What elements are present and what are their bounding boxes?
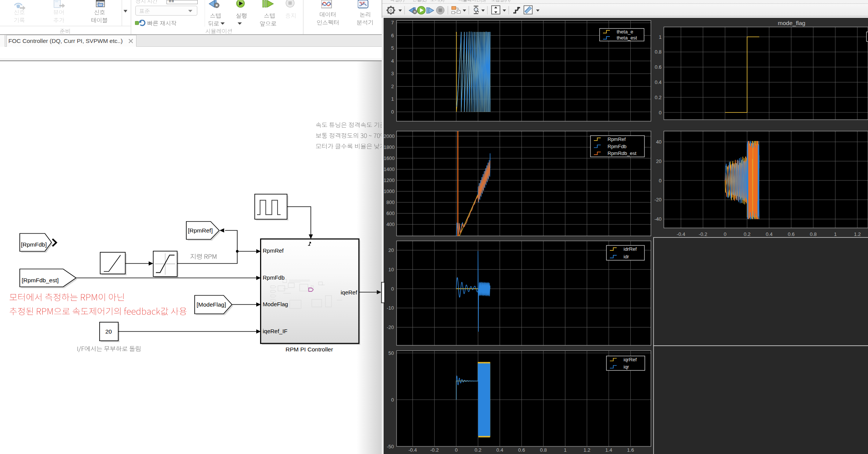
- svg-text:40: 40: [656, 139, 662, 145]
- svg-text:mode_flag: mode_flag: [778, 20, 805, 26]
- svg-text:0.8: 0.8: [540, 447, 547, 453]
- svg-text:RpmFdb: RpmFdb: [608, 144, 627, 149]
- svg-text:6: 6: [391, 33, 394, 38]
- svg-text:-0.4: -0.4: [677, 231, 685, 237]
- svg-text:0: 0: [391, 397, 394, 403]
- svg-text:5: 5: [391, 45, 394, 51]
- svg-text:20: 20: [656, 158, 662, 164]
- svg-text:-40: -40: [654, 216, 662, 222]
- svg-text:2000: 2000: [384, 133, 395, 139]
- svg-text:0.4: 0.4: [766, 231, 773, 237]
- svg-text:50: 50: [389, 350, 394, 356]
- svg-text:0.6: 0.6: [655, 64, 662, 70]
- svg-text:theta_est: theta_est: [617, 35, 637, 41]
- svg-text:idrRef: idrRef: [624, 246, 637, 252]
- svg-text:1: 1: [391, 96, 394, 102]
- svg-text:-20: -20: [654, 197, 662, 202]
- svg-text:0.6: 0.6: [788, 231, 795, 237]
- svg-text:RpmRef: RpmRef: [608, 136, 626, 142]
- svg-text:0.4: 0.4: [655, 79, 662, 85]
- svg-text:3: 3: [391, 71, 394, 76]
- svg-text:400: 400: [386, 221, 395, 227]
- svg-text:0.2: 0.2: [744, 231, 751, 237]
- svg-text:1.2: 1.2: [854, 231, 861, 237]
- svg-text:7: 7: [391, 20, 394, 25]
- svg-text:iqrRef: iqrRef: [624, 357, 637, 362]
- svg-text:-20: -20: [387, 324, 394, 330]
- svg-text:0: 0: [659, 178, 662, 183]
- svg-text:1.4: 1.4: [605, 447, 612, 453]
- svg-text:1: 1: [659, 34, 662, 40]
- svg-text:-50: -50: [387, 444, 394, 449]
- svg-text:-0.4: -0.4: [408, 447, 417, 453]
- svg-text:-0.2: -0.2: [430, 447, 438, 453]
- svg-text:0.4: 0.4: [497, 447, 503, 453]
- svg-text:0.2: 0.2: [474, 447, 481, 453]
- svg-text:4: 4: [391, 58, 394, 64]
- svg-text:1200: 1200: [384, 177, 395, 183]
- svg-text:idr: idr: [624, 254, 629, 259]
- svg-text:RpmRdb_est: RpmRdb_est: [608, 150, 636, 156]
- svg-text:1.6: 1.6: [627, 447, 634, 453]
- svg-text:iqr: iqr: [624, 364, 629, 370]
- svg-text:theta_e: theta_e: [617, 29, 633, 35]
- svg-text:1.2: 1.2: [584, 447, 590, 453]
- svg-text:2: 2: [391, 84, 394, 89]
- svg-text:1400: 1400: [384, 166, 395, 172]
- svg-text:1800: 1800: [384, 144, 395, 150]
- svg-text:-10: -10: [387, 305, 394, 311]
- svg-text:0.6: 0.6: [518, 447, 525, 453]
- svg-text:0.8: 0.8: [810, 231, 817, 237]
- svg-text:1000: 1000: [384, 188, 395, 194]
- svg-text:0.2: 0.2: [655, 95, 662, 100]
- svg-text:0: 0: [391, 286, 394, 292]
- svg-text:800: 800: [386, 199, 395, 205]
- svg-text:600: 600: [386, 210, 395, 216]
- svg-text:0.8: 0.8: [655, 49, 662, 55]
- svg-text:1: 1: [564, 447, 567, 453]
- svg-text:1600: 1600: [384, 155, 395, 161]
- svg-text:0: 0: [659, 110, 662, 115]
- svg-text:1: 1: [834, 231, 836, 237]
- svg-text:0: 0: [391, 109, 394, 115]
- svg-text:10: 10: [389, 267, 394, 272]
- svg-text:20: 20: [389, 247, 394, 253]
- svg-text:0: 0: [724, 231, 726, 237]
- svg-text:-0.2: -0.2: [699, 231, 707, 237]
- svg-text:0: 0: [455, 447, 457, 453]
